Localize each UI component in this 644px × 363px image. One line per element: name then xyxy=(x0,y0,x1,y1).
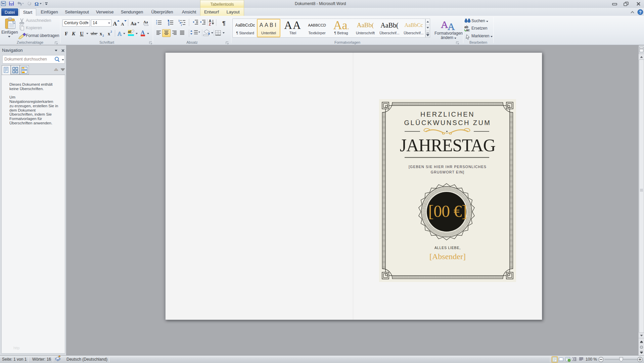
svg-text:x: x xyxy=(108,31,110,36)
svg-text:x: x xyxy=(100,31,102,36)
svg-text:Format übertragen: Format übertragen xyxy=(26,33,59,38)
svg-text:A: A xyxy=(441,19,448,30)
svg-text:Aa: Aa xyxy=(143,20,148,24)
svg-text:A: A xyxy=(121,22,124,27)
svg-text:Aa: Aa xyxy=(131,21,136,26)
svg-text:?: ? xyxy=(639,10,641,15)
svg-text:Einfügen: Einfügen xyxy=(1,30,18,35)
svg-text:A: A xyxy=(118,31,122,37)
svg-text:U: U xyxy=(80,31,84,36)
svg-text:3: 3 xyxy=(168,23,170,26)
svg-text:i: i xyxy=(181,24,182,27)
svg-text:2: 2 xyxy=(102,34,104,37)
svg-text:A: A xyxy=(113,21,117,27)
svg-text:ac: ac xyxy=(466,28,470,32)
svg-text:Kopieren: Kopieren xyxy=(26,26,42,30)
svg-text:Z: Z xyxy=(209,23,211,26)
svg-text:F: F xyxy=(65,31,68,36)
svg-text:¶: ¶ xyxy=(222,20,225,27)
svg-text:2: 2 xyxy=(110,30,112,33)
svg-text:Ausschneiden: Ausschneiden xyxy=(26,18,51,23)
svg-text:K: K xyxy=(72,31,76,36)
svg-text:A: A xyxy=(141,30,145,35)
svg-text:A: A xyxy=(448,21,455,32)
